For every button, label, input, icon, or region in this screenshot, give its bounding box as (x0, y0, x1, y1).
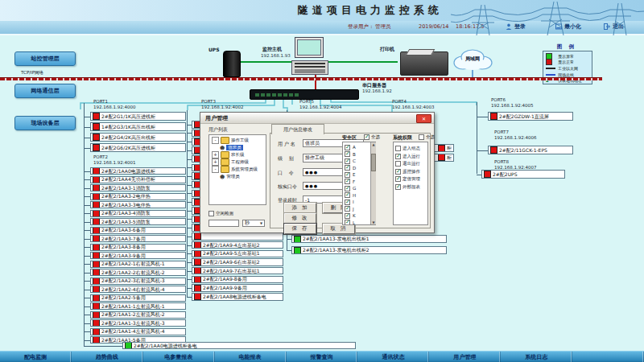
zone-checkbox[interactable] (345, 145, 350, 150)
user-tree[interactable]: -操作工级☻值班员+班长级+工程师级-系统管理员级☻管理员 (208, 134, 266, 205)
device-box[interactable]: 2#配2/1AA1-1左射流风机-1 (90, 302, 186, 310)
zone-checkbox[interactable] (345, 213, 350, 219)
device-box[interactable]: 2#配2UPS (481, 170, 565, 179)
perm-checkbox[interactable] (395, 154, 401, 159)
device-box[interactable]: 2#配2/1AA2-4右射流风机-4 (90, 286, 186, 293)
nav-item-1[interactable]: 配电监测 (0, 352, 72, 362)
zone-checkbox[interactable] (345, 192, 350, 198)
zone-checkbox[interactable] (345, 151, 350, 157)
device-box[interactable]: 2#配2/1AA3-1消防泵 (90, 184, 186, 191)
device-box[interactable]: 2#配2GZDW-1直流屏 (488, 112, 573, 121)
zone-checkbox[interactable] (345, 165, 350, 171)
tree-item-4[interactable]: +工程师级 (212, 158, 266, 166)
device-box[interactable]: 2#配2/1AA3-8备用 (90, 244, 186, 251)
device-box[interactable]: 2#配2/1AA3-4消防泵 (90, 210, 186, 217)
device-box[interactable]: 2#配2/1AA2-5备用 (90, 294, 186, 302)
monitor-host-device[interactable] (295, 37, 324, 58)
idle-unit-select[interactable]: 秒 ▼ (242, 220, 265, 227)
device-box[interactable]: 2#配2/1AA3-2电伴热 (90, 193, 186, 200)
device-box[interactable]: 2#配2/1AA1-2左射流风机-2 (90, 311, 186, 319)
zones-scrollbar[interactable]: ▲▼ (370, 142, 376, 224)
zone-checkbox[interactable] (345, 220, 350, 225)
zone-checkbox[interactable] (345, 206, 350, 212)
tree-item-5[interactable]: -系统管理员级 (212, 166, 266, 173)
nav-item-5[interactable]: 报警查询 (287, 352, 358, 362)
device-box[interactable]: 2#配2/1AA9-8备用 (192, 276, 283, 284)
perm-checkbox[interactable] (395, 169, 401, 175)
device-box[interactable]: 2#配2/1AA1-3左射流风机-3 (90, 319, 186, 327)
nav-item-6[interactable]: 通讯状态 (357, 352, 429, 362)
idle-value-input[interactable] (208, 220, 239, 227)
tree-item-1[interactable]: -操作工级 (212, 137, 266, 144)
close-icon[interactable]: ✕ (416, 114, 431, 123)
tab-user-info[interactable]: 用户信息修改 (271, 124, 324, 134)
device-box[interactable]: 2#配2G4/2K高压出线柜 (90, 133, 186, 142)
sidebar-button-3[interactable]: 现场设备层 (14, 116, 76, 130)
device-box[interactable]: 2#配2/1AA9-5左出基站1 (192, 250, 283, 258)
device-box[interactable]: 2#配2/1AA3-9备用 (90, 252, 186, 259)
perm-checkbox[interactable] (395, 161, 401, 167)
device-box[interactable]: 2#配2/1AA0电源进线柜备电 (122, 342, 356, 349)
device-box[interactable]: 2#配2G6/2K高压进线柜 (90, 143, 186, 152)
device-box[interactable]: 2#配2/1AA3-6备用 (90, 227, 186, 234)
device-box[interactable]: 1#配2G3/1K高压出线柜 (90, 122, 186, 131)
perm-row-5[interactable]: 定值管理 (395, 175, 427, 183)
zones-select-all-checkbox[interactable] (364, 134, 369, 140)
tree-expander-icon[interactable]: - (212, 137, 219, 144)
device-box[interactable]: 2#配2/1AA3-3电伴热 (90, 201, 186, 208)
device-box[interactable]: 2#配2/1AA3-5消防泵 (90, 218, 186, 225)
tree-item-6[interactable]: ☻管理员 (212, 173, 266, 180)
device-box[interactable] (192, 232, 283, 241)
scrollbar-thumb[interactable] (371, 154, 376, 171)
perms-select-all[interactable]: 全选 (419, 134, 435, 140)
perm-checkbox[interactable] (395, 184, 401, 190)
perm-row-1[interactable]: 进入组态 (395, 145, 427, 153)
zone-checkbox[interactable] (345, 200, 350, 205)
device-box[interactable]: 2#配2/1AA2-1右射流风机-1 (90, 261, 186, 268)
tree-expander-icon[interactable]: + (212, 151, 219, 158)
tree-expander-icon[interactable]: - (212, 166, 219, 173)
device-box[interactable]: 2#配2/1AA13-发电机出线柜2 (291, 246, 447, 254)
device-box[interactable]: 2#配2/1AA4无功补偿柜 (90, 176, 186, 183)
zone-checkbox[interactable] (345, 158, 350, 164)
device-box[interactable]: 2#配2/1AA1-4左射流风机-4 (90, 328, 186, 335)
nav-item-4[interactable]: 电能报表 (215, 352, 287, 362)
device-box[interactable]: 2#配2/1AA13-发电机出线柜1 (291, 235, 447, 243)
device-box[interactable]: 2#配2/1AA0电源进线柜 (90, 167, 186, 175)
tree-expander-icon[interactable]: + (212, 158, 219, 166)
tree-item-2[interactable]: ☻值班员 (212, 144, 266, 151)
perm-row-2[interactable]: 进入运行 (395, 153, 427, 161)
device-box[interactable]: 2#配2/1AA8电源进线柜备电 (192, 293, 283, 301)
printer-device[interactable] (400, 51, 448, 76)
idle-check[interactable]: 空闲检测 (208, 211, 233, 216)
device-box[interactable]: 2#配2/1AA9-6右出基站2 (192, 258, 283, 266)
device-box[interactable]: 2#配2/1AA3-7备用 (90, 235, 186, 242)
device-box[interactable]: 2#配2/1AA9-9备用 (192, 284, 283, 292)
nav-item-8[interactable]: 系统日志 (501, 352, 572, 362)
idle-checkbox[interactable] (208, 211, 214, 216)
perms-list[interactable]: 进入组态进入运行退出运行遥控操作定值管理外部报表 (393, 142, 428, 225)
sidebar-button-2[interactable]: 网络通信层 (14, 84, 76, 98)
perm-row-4[interactable]: 遥控操作 (395, 168, 427, 176)
zone-checkbox[interactable] (345, 186, 350, 191)
dialog-titlebar[interactable]: 用户管理 ✕ (200, 113, 434, 124)
device-box[interactable]: 2#配2/11GCK-1-EPS (488, 146, 573, 154)
tree-item-3[interactable]: +班长级 (212, 151, 266, 158)
modify-button[interactable]: 修 改 (284, 213, 316, 224)
perms-select-all-checkbox[interactable] (419, 134, 424, 140)
nav-item-2[interactable]: 趋势曲线 (72, 352, 143, 362)
ups-device[interactable] (223, 51, 241, 77)
perm-row-3[interactable]: 退出运行 (395, 160, 427, 168)
device-box[interactable]: 2#配2/1AA2-3右射流风机-3 (90, 278, 186, 285)
nav-item-7[interactable]: 用户管理 (429, 352, 501, 362)
perm-checkbox[interactable] (395, 146, 401, 151)
sidebar-button-1[interactable]: 站控管理层 (14, 51, 76, 66)
perm-checkbox[interactable] (395, 176, 401, 182)
zones-select-all[interactable]: 全选 (364, 134, 380, 140)
device-box[interactable]: 2#配2/1AA9-7右出基站1 (192, 267, 283, 275)
zone-checkbox[interactable] (345, 172, 350, 178)
zone-checkbox[interactable] (345, 179, 350, 184)
device-box[interactable]: 2#配2/1AA9-4左出基站2 (192, 241, 283, 249)
device-box[interactable]: 2#配2G1/1K高压进线柜 (90, 112, 186, 121)
nav-item-3[interactable]: 电参量报表 (143, 352, 215, 362)
